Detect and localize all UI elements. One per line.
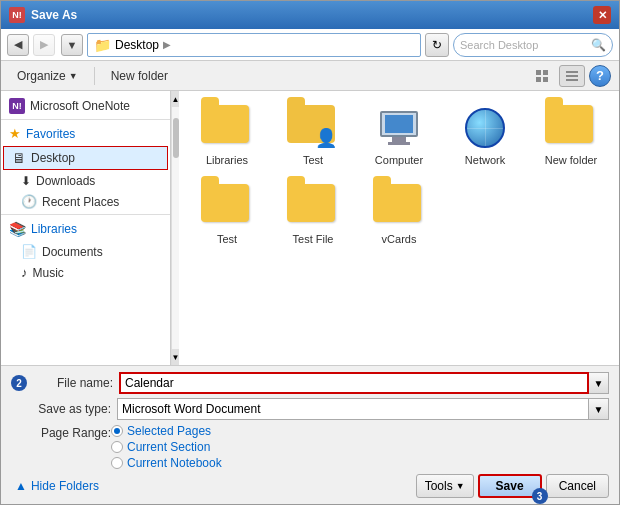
cancel-button[interactable]: Cancel — [546, 474, 609, 498]
title-bar-left: N! Save As — [9, 7, 77, 23]
libraries-label: Libraries — [31, 222, 77, 236]
filename-input-wrapper: ▼ — [119, 372, 609, 394]
folder-icon: 📁 — [94, 37, 111, 53]
badge-3: 3 — [532, 488, 548, 504]
favorites-label: Favorites — [26, 127, 75, 141]
network-globe-icon — [465, 108, 505, 148]
file-item-libraries[interactable]: Libraries — [189, 101, 265, 170]
sidebar-item-downloads[interactable]: ⬇ Downloads — [1, 171, 170, 191]
refresh-button[interactable]: ↻ — [425, 33, 449, 57]
file-item-network[interactable]: Network — [447, 101, 523, 170]
address-combo[interactable]: 📁 Desktop ▶ — [87, 33, 421, 57]
file-item-test2[interactable]: Test — [189, 180, 265, 249]
radio-current-notebook[interactable]: Current Notebook — [111, 456, 222, 470]
monitor-base — [388, 142, 410, 145]
radio-current-section[interactable]: Current Section — [111, 440, 222, 454]
view-button-2[interactable] — [559, 65, 585, 87]
libraries-file-label: Libraries — [206, 154, 248, 166]
new-folder-label: New folder — [545, 154, 598, 166]
file-item-computer[interactable]: Computer — [361, 101, 437, 170]
computer-icon — [380, 111, 418, 145]
tools-label: Tools — [425, 479, 453, 493]
view-button-1[interactable] — [529, 65, 555, 87]
vcards-label: vCards — [382, 233, 417, 245]
hide-folders-arrow: ▲ — [15, 479, 27, 493]
toolbar-right: ? — [529, 65, 611, 87]
organize-label: Organize — [17, 69, 66, 83]
search-bar[interactable]: Search Desktop 🔍 — [453, 33, 613, 57]
sidebar-recent-label: Recent Places — [42, 195, 119, 209]
forward-button[interactable]: ▶ — [33, 34, 55, 56]
desktop-icon: 🖥 — [12, 150, 26, 166]
globe-line-v — [485, 110, 486, 146]
monitor-screen — [385, 115, 413, 133]
svg-rect-0 — [536, 70, 541, 75]
star-icon: ★ — [9, 126, 21, 141]
help-button[interactable]: ? — [589, 65, 611, 87]
test-file-folder-icon — [287, 184, 339, 230]
hide-folders-button[interactable]: ▲ Hide Folders — [11, 477, 103, 495]
badge-1: 2 — [11, 375, 27, 391]
sidebar-libraries-header[interactable]: 📚 Libraries — [1, 217, 170, 241]
file-item-new-folder[interactable]: New folder — [533, 101, 609, 170]
tools-arrow: ▼ — [456, 481, 465, 491]
filename-dropdown[interactable]: ▼ — [589, 372, 609, 394]
sidebar-documents-label: Documents — [42, 245, 103, 259]
scroll-thumb[interactable] — [173, 118, 179, 158]
new-folder-button[interactable]: New folder — [103, 65, 176, 87]
sidebar-downloads-label: Downloads — [36, 174, 95, 188]
filename-label: File name: — [33, 376, 113, 390]
file-area: Libraries 👤 Test — [179, 91, 619, 365]
test2-label: Test — [217, 233, 237, 245]
savetype-input[interactable] — [117, 398, 589, 420]
bottom-panel: 2 File name: ▼ Save as type: ▼ Page Rang… — [1, 365, 619, 504]
organize-button[interactable]: Organize ▼ — [9, 65, 86, 87]
close-button[interactable]: ✕ — [593, 6, 611, 24]
savetype-row: Save as type: ▼ — [11, 398, 609, 420]
downloads-icon: ⬇ — [21, 174, 31, 188]
network-label: Network — [465, 154, 505, 166]
sidebar-scrollbar[interactable]: ▲ ▼ — [171, 91, 179, 365]
action-buttons: Tools ▼ Save 3 Cancel — [416, 474, 609, 498]
sidebar-item-recent[interactable]: 🕐 Recent Places — [1, 191, 170, 212]
recent-icon: 🕐 — [21, 194, 37, 209]
sidebar-item-music[interactable]: ♪ Music — [1, 262, 170, 283]
file-item-vcards[interactable]: vCards — [361, 180, 437, 249]
sidebar-item-desktop[interactable]: 🖥 Desktop — [3, 146, 168, 170]
test2-folder-icon — [201, 184, 253, 230]
file-item-test[interactable]: 👤 Test — [275, 101, 351, 170]
scroll-down[interactable]: ▼ — [172, 349, 179, 365]
file-item-test-file[interactable]: Test File — [275, 180, 351, 249]
monitor — [380, 111, 418, 137]
savetype-dropdown[interactable]: ▼ — [589, 398, 609, 420]
radio-current-notebook-circle — [111, 457, 123, 469]
scroll-up[interactable]: ▲ — [172, 91, 179, 107]
dropdown-button[interactable]: ▼ — [61, 34, 83, 56]
sidebar-divider-2 — [1, 214, 170, 215]
view-icon-2 — [565, 69, 579, 83]
back-button[interactable]: ◀ — [7, 34, 29, 56]
save-as-dialog: N! Save As ✕ ◀ ▶ ▼ 📁 Desktop ▶ ↻ Search … — [0, 0, 620, 505]
sidebar-item-documents[interactable]: 📄 Documents — [1, 241, 170, 262]
network-icon-wrapper — [459, 105, 511, 151]
sidebar-container: N! Microsoft OneNote ★ Favorites 🖥 Deskt… — [1, 91, 179, 365]
badge-1-container: 2 — [11, 375, 27, 391]
onenote-icon: N! — [9, 98, 25, 114]
address-arrow: ▶ — [163, 39, 171, 50]
test-file-label2: Test File — [293, 233, 334, 245]
tools-button[interactable]: Tools ▼ — [416, 474, 474, 498]
filename-input[interactable] — [119, 372, 589, 394]
radio-selected-pages[interactable]: Selected Pages — [111, 424, 222, 438]
save-btn-container: Save 3 — [478, 474, 542, 498]
organize-arrow: ▼ — [69, 71, 78, 81]
current-notebook-label: Current Notebook — [127, 456, 222, 470]
sidebar-divider-1 — [1, 119, 170, 120]
documents-icon: 📄 — [21, 244, 37, 259]
dialog-title: Save As — [31, 8, 77, 22]
title-bar: N! Save As ✕ — [1, 1, 619, 29]
test-folder-icon: 👤 — [287, 105, 339, 151]
selected-pages-label: Selected Pages — [127, 424, 211, 438]
sidebar-item-onenote[interactable]: N! Microsoft OneNote — [1, 95, 170, 117]
music-icon: ♪ — [21, 265, 28, 280]
sidebar-favorites-header[interactable]: ★ Favorites — [1, 122, 170, 145]
